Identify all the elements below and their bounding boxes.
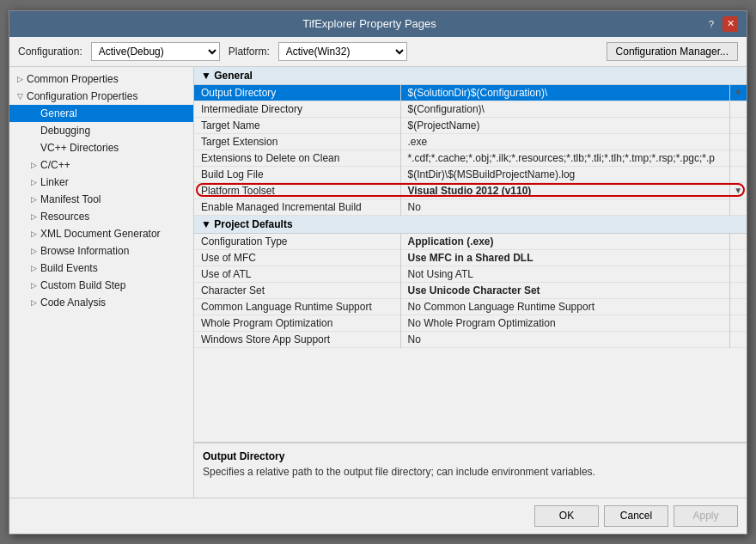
sidebar-item-label-linker: Linker xyxy=(40,176,190,188)
help-button[interactable]: ? xyxy=(704,16,719,32)
platform-label: Platform: xyxy=(229,46,270,58)
prop-dropdown-use-atl xyxy=(729,266,747,282)
prop-dropdown-target-ext xyxy=(729,133,747,150)
section-header-defaults-label: ▼ Project Defaults xyxy=(201,218,293,230)
prop-value-win-store: No xyxy=(400,331,729,347)
sidebar-item-linker[interactable]: ▷ Linker xyxy=(9,174,193,191)
prop-row-platform-toolset[interactable]: Platform Toolset Visual Studio 2012 (v11… xyxy=(194,182,747,199)
sidebar-item-config-props[interactable]: ▽ Configuration Properties xyxy=(9,88,193,105)
tree-toggle-common: ▷ xyxy=(13,72,27,86)
platform-select[interactable]: Active(Win32) xyxy=(278,42,407,61)
description-area: Output Directory Specifies a relative pa… xyxy=(194,442,747,498)
prop-name-whole-prog: Whole Program Optimization xyxy=(194,315,400,331)
config-select[interactable]: Active(Debug) xyxy=(91,42,220,61)
prop-row-clr[interactable]: Common Language Runtime Support No Commo… xyxy=(194,298,747,315)
prop-value-platform-toolset: Visual Studio 2012 (v110) xyxy=(400,182,729,199)
prop-value-char-set: Use Unicode Character Set xyxy=(400,282,729,298)
prop-dropdown-win-store xyxy=(729,331,747,347)
sidebar-item-debugging[interactable]: Debugging xyxy=(9,122,193,139)
prop-name-build-log: Build Log File xyxy=(194,166,400,182)
prop-value-output-dir: $(SolutionDir)$(Configuration)\ xyxy=(400,84,729,101)
prop-name-platform-toolset: Platform Toolset xyxy=(194,182,400,199)
sidebar-item-label-code: Code Analysis xyxy=(40,296,190,309)
prop-row-config-type[interactable]: Configuration Type Application (.exe) xyxy=(194,233,747,249)
sidebar-item-common-props[interactable]: ▷ Common Properties xyxy=(9,70,193,88)
prop-name-use-mfc: Use of MFC xyxy=(194,249,400,266)
prop-dropdown-whole-prog xyxy=(729,315,747,331)
sidebar-item-resources[interactable]: ▷ Resources xyxy=(9,208,193,225)
close-button[interactable]: ✕ xyxy=(722,16,738,32)
prop-row-use-mfc[interactable]: Use of MFC Use MFC in a Shared DLL xyxy=(194,249,747,266)
title-bar-controls: ? ✕ xyxy=(704,16,738,32)
property-table: ▼ General Output Directory $(SolutionDir… xyxy=(194,67,747,348)
prop-name-target-ext: Target Extension xyxy=(194,133,400,150)
prop-value-use-mfc: Use MFC in a Shared DLL xyxy=(400,249,729,266)
prop-value-target: $(ProjectName) xyxy=(400,117,729,133)
prop-dropdown-managed-build xyxy=(729,199,747,215)
prop-name-config-type: Configuration Type xyxy=(194,233,400,249)
sidebar-item-code-analysis[interactable]: ▷ Code Analysis xyxy=(9,294,193,311)
prop-row-managed-build[interactable]: Enable Managed Incremental Build No xyxy=(194,199,747,215)
prop-dropdown-build-log xyxy=(729,166,747,182)
prop-value-ext-delete: *.cdf;*.cache;*.obj;*.ilk;*.resources;*.… xyxy=(400,150,729,166)
sidebar-item-label-browse: Browse Information xyxy=(40,245,190,257)
tree-toggle-build-events: ▷ xyxy=(27,261,40,275)
prop-name-intermediate: Intermediate Directory xyxy=(194,101,400,117)
prop-value-whole-prog: No Whole Program Optimization xyxy=(400,315,729,331)
config-label: Configuration: xyxy=(18,46,82,58)
sidebar-item-label-general: General xyxy=(40,107,190,119)
left-panel: ▷ Common Properties ▽ Configuration Prop… xyxy=(9,67,194,498)
sidebar-item-general[interactable]: General xyxy=(9,105,193,122)
prop-value-config-type: Application (.exe) xyxy=(400,233,729,249)
prop-dropdown-char-set xyxy=(729,282,747,298)
apply-button[interactable]: Apply xyxy=(674,505,738,527)
prop-name-use-atl: Use of ATL xyxy=(194,266,400,282)
properties-area: ▼ General Output Directory $(SolutionDir… xyxy=(194,67,747,442)
sidebar-item-build-events[interactable]: ▷ Build Events xyxy=(9,260,193,277)
tree-toggle-xml: ▷ xyxy=(27,227,40,241)
prop-row-char-set[interactable]: Character Set Use Unicode Character Set xyxy=(194,282,747,298)
sidebar-item-xml-doc[interactable]: ▷ XML Document Generator xyxy=(9,225,193,242)
sidebar-item-label-build-events: Build Events xyxy=(40,262,190,274)
prop-row-whole-prog[interactable]: Whole Program Optimization No Whole Prog… xyxy=(194,315,747,331)
config-manager-button[interactable]: Configuration Manager... xyxy=(607,42,738,61)
tree-toggle-general xyxy=(27,107,40,120)
prop-name-output-dir: Output Directory xyxy=(194,84,400,101)
prop-value-use-atl: Not Using ATL xyxy=(400,266,729,282)
prop-row-win-store[interactable]: Windows Store App Support No xyxy=(194,331,747,347)
prop-row-use-atl[interactable]: Use of ATL Not Using ATL xyxy=(194,266,747,282)
prop-value-build-log: $(IntDir)\$(MSBuildProjectName).log xyxy=(400,166,729,182)
prop-row-target-name[interactable]: Target Name $(ProjectName) xyxy=(194,117,747,133)
section-header-general-label: ▼ General xyxy=(201,70,253,82)
tree-toggle-config: ▽ xyxy=(13,89,27,103)
tree-toggle-browse: ▷ xyxy=(27,244,40,258)
prop-name-clr: Common Language Runtime Support xyxy=(194,298,400,315)
sidebar-item-browse[interactable]: ▷ Browse Information xyxy=(9,242,193,260)
tree-toggle-custom: ▷ xyxy=(27,278,40,292)
sidebar-item-vc-dirs[interactable]: VC++ Directories xyxy=(9,139,193,156)
sidebar-item-cpp[interactable]: ▷ C/C++ xyxy=(9,156,193,174)
main-body: ▷ Common Properties ▽ Configuration Prop… xyxy=(9,67,747,498)
tree-toggle-resources: ▷ xyxy=(27,210,40,223)
prop-row-target-ext[interactable]: Target Extension .exe xyxy=(194,133,747,150)
sidebar-item-label-resources: Resources xyxy=(40,211,190,223)
prop-row-output-dir[interactable]: Output Directory $(SolutionDir)$(Configu… xyxy=(194,84,747,101)
tree-toggle-code: ▷ xyxy=(27,296,40,309)
sidebar-item-label-config: Configuration Properties xyxy=(27,90,190,102)
section-header-general: ▼ General xyxy=(194,67,747,85)
sidebar-item-custom-build[interactable]: ▷ Custom Build Step xyxy=(9,277,193,294)
ok-button[interactable]: OK xyxy=(534,505,599,527)
prop-dropdown-ext-delete xyxy=(729,150,747,166)
cancel-button[interactable]: Cancel xyxy=(604,505,668,527)
sidebar-item-manifest[interactable]: ▷ Manifest Tool xyxy=(9,191,193,208)
tree-toggle-vc xyxy=(27,141,40,155)
prop-dropdown-output-dir[interactable]: ▼ xyxy=(729,84,747,101)
prop-row-intermediate-dir[interactable]: Intermediate Directory $(Configuration)\ xyxy=(194,101,747,117)
sidebar-item-label-vc: VC++ Directories xyxy=(40,142,190,154)
prop-row-build-log[interactable]: Build Log File $(IntDir)\$(MSBuildProjec… xyxy=(194,166,747,182)
title-bar: TifExplorer Property Pages ? ✕ xyxy=(9,11,747,37)
sidebar-item-label-xml: XML Document Generator xyxy=(40,228,190,240)
sidebar-item-label-cpp: C/C++ xyxy=(40,159,190,171)
prop-dropdown-platform-toolset[interactable]: ▼ xyxy=(729,182,747,199)
prop-row-ext-delete[interactable]: Extensions to Delete on Clean *.cdf;*.ca… xyxy=(194,150,747,166)
